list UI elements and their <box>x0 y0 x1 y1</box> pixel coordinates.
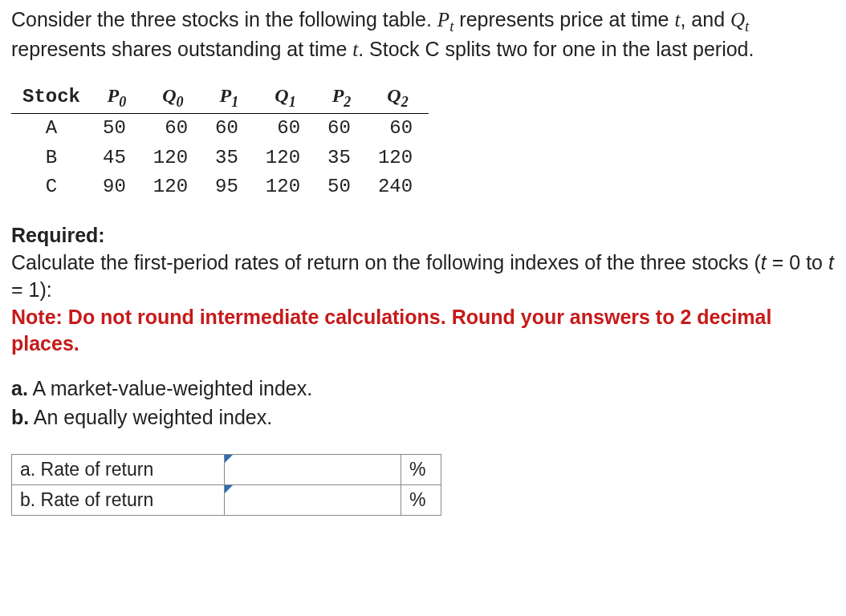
part-b-label: b. <box>11 406 29 428</box>
cell-p2: 60 <box>316 114 367 144</box>
cell-p0: 45 <box>92 144 142 172</box>
cell-q2: 60 <box>367 114 429 144</box>
cell-p2: 35 <box>316 144 367 172</box>
answer-a-label: a. Rate of return <box>12 454 225 484</box>
cell-p1: 95 <box>204 172 254 201</box>
cell-q2: 120 <box>367 144 429 172</box>
problem-text-5: . Stock C splits two for one in the last… <box>358 38 754 60</box>
part-b: b. An equally weighted index. <box>11 404 835 432</box>
part-b-text: An equally weighted index. <box>29 406 272 428</box>
var-p: P <box>437 9 449 30</box>
var-q: Q <box>730 9 745 30</box>
cell-q1: 60 <box>254 114 316 144</box>
required-block: Required: Calculate the first-period rat… <box>11 222 835 358</box>
problem-text-4: represents shares outstanding at time <box>11 38 352 60</box>
part-a-text: A market-value-weighted index. <box>28 377 312 399</box>
table-row: C 90 120 95 120 50 240 <box>11 172 429 201</box>
header-p1: P1 <box>204 81 254 114</box>
cell-q0: 120 <box>142 172 204 201</box>
cell-p1: 35 <box>204 144 254 172</box>
answer-table: a. Rate of return % b. Rate of return % <box>11 454 441 516</box>
cell-q1: 120 <box>254 172 316 201</box>
header-q0: Q0 <box>142 81 204 114</box>
header-stock: Stock <box>11 81 92 114</box>
cell-q0: 120 <box>142 144 204 172</box>
answer-b-input-cell[interactable] <box>225 484 401 515</box>
table-header-row: Stock P0 Q0 P1 Q1 P2 Q2 <box>11 81 429 114</box>
cell-stock: B <box>11 144 92 172</box>
answer-a-input[interactable] <box>225 455 401 484</box>
cell-stock: A <box>11 114 92 144</box>
stock-data-table: Stock P0 Q0 P1 Q1 P2 Q2 A 50 60 60 60 60… <box>11 81 429 201</box>
answer-a-unit: % <box>401 454 441 484</box>
cell-stock: C <box>11 172 92 201</box>
answer-a-input-cell[interactable] <box>225 454 401 484</box>
table-row: B 45 120 35 120 35 120 <box>11 144 429 172</box>
input-indicator-icon <box>225 455 233 463</box>
required-label: Required: <box>11 222 835 249</box>
answer-b-unit: % <box>401 484 441 515</box>
part-a-label: a. <box>11 377 28 399</box>
question-parts: a. A market-value-weighted index. b. An … <box>11 375 835 432</box>
header-p0: P0 <box>92 81 142 114</box>
cell-p0: 50 <box>92 114 142 144</box>
problem-statement: Consider the three stocks in the followi… <box>11 6 835 63</box>
cell-q1: 120 <box>254 144 316 172</box>
var-q-sub: t <box>745 18 749 34</box>
answer-b-label: b. Rate of return <box>12 484 225 515</box>
cell-p0: 90 <box>92 172 142 201</box>
problem-text-3: , and <box>680 8 730 30</box>
problem-text-2: represents price at time <box>454 8 674 30</box>
header-q2: Q2 <box>367 81 429 114</box>
cell-p2: 50 <box>316 172 367 201</box>
cell-q2: 240 <box>367 172 429 201</box>
problem-text-1: Consider the three stocks in the followi… <box>11 8 437 30</box>
answer-row-a: a. Rate of return % <box>12 454 441 484</box>
input-indicator-icon <box>225 485 233 493</box>
answer-b-input[interactable] <box>225 485 401 515</box>
cell-q0: 60 <box>142 114 204 144</box>
cell-p1: 60 <box>204 114 254 144</box>
answer-row-b: b. Rate of return % <box>12 484 441 515</box>
table-row: A 50 60 60 60 60 60 <box>11 114 429 144</box>
rounding-note: Note: Do not round intermediate calculat… <box>11 304 835 359</box>
required-text: Calculate the first-period rates of retu… <box>11 249 835 304</box>
part-a: a. A market-value-weighted index. <box>11 375 835 403</box>
header-p2: P2 <box>316 81 367 114</box>
header-q1: Q1 <box>254 81 316 114</box>
